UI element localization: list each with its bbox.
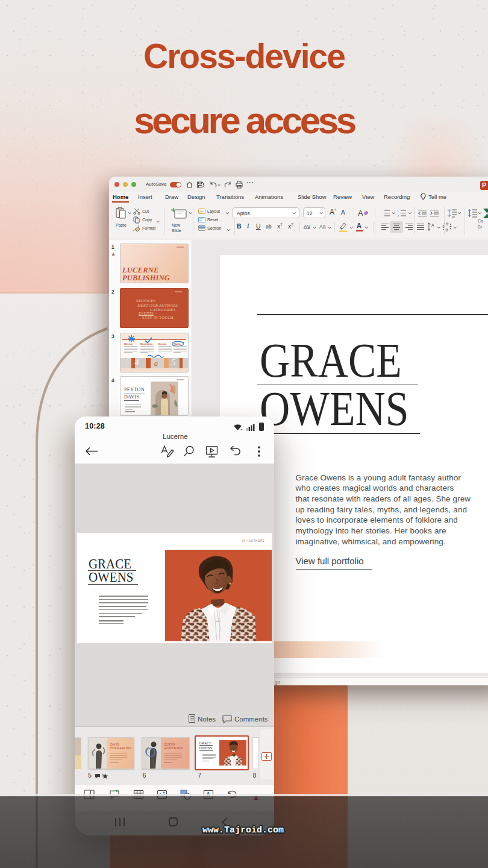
svg-text:A: A	[431, 223, 434, 227]
svg-text:+: +	[240, 427, 243, 431]
svg-text:A: A	[358, 209, 363, 217]
